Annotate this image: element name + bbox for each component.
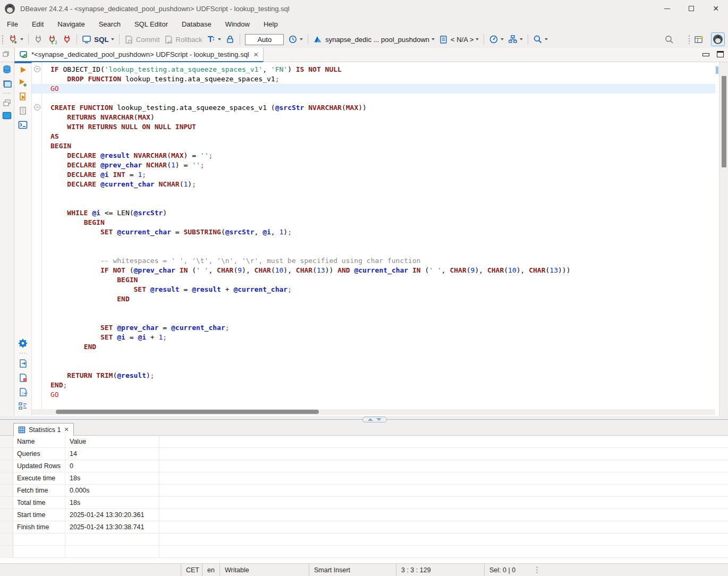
active-database-selector[interactable]: < N/A > — [437, 33, 480, 46]
fold-collapse-icon[interactable]: − — [34, 66, 40, 72]
selection-indicator[interactable]: Sel: 0 | 0 — [484, 564, 536, 576]
close-button[interactable]: ✕ — [704, 0, 728, 17]
code-line[interactable] — [32, 352, 715, 361]
code-line[interactable]: SET @result = @result + @current_char; — [32, 285, 715, 294]
code-line[interactable] — [32, 304, 715, 314]
code-line[interactable] — [32, 361, 715, 371]
code-line[interactable]: SET @prev_char = @current_char; — [32, 323, 715, 333]
statistics-tab-close-icon[interactable]: ✕ — [64, 426, 69, 433]
code-line[interactable]: BEGIN — [32, 218, 715, 227]
code-line[interactable]: END — [32, 342, 715, 352]
menu-navigate[interactable]: Navigate — [50, 17, 91, 31]
menu-sql-editor[interactable]: SQL Editor — [128, 17, 175, 31]
db-search-dropdown[interactable] — [545, 38, 548, 40]
code-line[interactable]: END — [32, 294, 715, 304]
sash-collapse-control[interactable] — [362, 417, 387, 422]
code-line[interactable]: SET @current_char = SUBSTRING(@srcStr, @… — [32, 227, 715, 237]
sql-code-editor[interactable]: −IF OBJECT_ID('lookup_testing.ata_squeez… — [32, 62, 715, 410]
menu-search[interactable]: Search — [92, 17, 128, 31]
code-line[interactable]: DROP FUNCTION lookup_testing.ata_squeeze… — [32, 74, 715, 84]
code-line[interactable] — [32, 94, 715, 103]
tab-statistics[interactable]: Statistics 1 ✕ — [13, 423, 74, 436]
transaction-log-button[interactable] — [286, 33, 304, 46]
code-line[interactable]: BEGIN — [32, 141, 715, 151]
disconnect-button[interactable] — [61, 33, 73, 46]
sql-editor-dropdown[interactable] — [111, 38, 114, 40]
editor-horizontal-scrollbar[interactable] — [32, 409, 715, 415]
new-connection-button[interactable] — [6, 32, 25, 46]
code-line[interactable]: WITH RETURNS NULL ON NULL INPUT — [32, 122, 715, 132]
active-connection-selector[interactable]: synapse_dedic ... pool_pushdown — [311, 33, 436, 46]
tab-close-icon[interactable]: ✕ — [253, 51, 259, 58]
show-problems-button[interactable] — [17, 373, 29, 383]
menu-window[interactable]: Window — [218, 17, 257, 31]
new-connection-dropdown[interactable] — [20, 38, 23, 40]
maximize-button[interactable] — [679, 0, 704, 17]
code-line[interactable]: RETURN TRIM(@result); — [32, 371, 715, 380]
cascade-windows-button[interactable] — [1, 99, 13, 107]
code-line[interactable]: DECLARE @i INT = 1; — [32, 170, 715, 180]
stats-row[interactable]: Start time2025-01-24 13:30:20.361 — [0, 509, 728, 521]
code-line[interactable]: WHILE @i <= LEN(@srcStr) — [32, 208, 715, 218]
code-line[interactable]: RETURNS NVARCHAR(MAX) — [32, 113, 715, 122]
er-diagram-button[interactable] — [506, 33, 524, 46]
insert-mode-indicator[interactable]: Smart Insert — [309, 564, 396, 576]
dashboard-button[interactable] — [487, 33, 505, 46]
code-line[interactable]: BEGIN — [32, 275, 715, 285]
er-diagram-dropdown[interactable] — [520, 38, 523, 40]
code-line[interactable]: DECLARE @prev_char NCHAR(1) = ''; — [32, 160, 715, 170]
restore-view-icon[interactable] — [2, 50, 10, 60]
open-perspective-button[interactable] — [692, 33, 706, 46]
timezone-indicator[interactable]: CET — [181, 564, 202, 576]
code-line[interactable] — [32, 237, 715, 247]
database-navigator-button[interactable] — [1, 65, 13, 74]
maximize-editor-icon[interactable] — [717, 51, 724, 57]
open-console-button[interactable] — [17, 121, 29, 129]
connect-button[interactable] — [32, 33, 45, 46]
stats-row[interactable]: Finish time2025-01-24 13:30:38.741 — [0, 521, 728, 533]
tab-sql-script[interactable]: *<synapse_dedicated_pool_pushdown> UDFSc… — [14, 48, 264, 62]
dashboard-dropdown[interactable] — [501, 38, 504, 40]
autocommit-button[interactable]: Auto — [245, 34, 284, 45]
transaction-log-dropdown[interactable] — [300, 38, 303, 40]
editor-vertical-scrollbar[interactable] — [719, 62, 728, 416]
panel-sash[interactable] — [0, 416, 728, 423]
reconnect-button[interactable] — [46, 33, 60, 46]
minimize-editor-icon[interactable] — [702, 53, 709, 56]
outline-view-button[interactable] — [17, 402, 29, 411]
menu-file[interactable]: File — [0, 17, 25, 31]
code-line[interactable] — [32, 189, 715, 199]
stats-row[interactable]: Total time18s — [0, 497, 728, 509]
code-line[interactable]: DECLARE @result NVARCHAR(MAX) = ''; — [32, 151, 715, 160]
sash-down-icon[interactable] — [376, 418, 382, 421]
connection-dropdown[interactable] — [431, 38, 435, 40]
transaction-mode-dropdown[interactable] — [218, 38, 221, 40]
execute-statement-button[interactable] — [17, 66, 29, 74]
database-dropdown[interactable] — [476, 38, 479, 40]
commit-button[interactable]: Commit — [123, 33, 162, 46]
menu-edit[interactable]: Edit — [25, 17, 50, 31]
horizontal-scroll-thumb[interactable] — [56, 410, 319, 414]
code-line[interactable] — [32, 247, 715, 256]
toolbar-drag-handle[interactable] — [2, 35, 4, 44]
editor-settings-button[interactable] — [17, 338, 29, 348]
stats-row[interactable]: Fetch time0.000s — [0, 485, 728, 497]
projects-view-button[interactable] — [1, 79, 13, 88]
stats-row[interactable]: Updated Rows0 — [0, 460, 728, 472]
stats-row[interactable]: Queries14 — [0, 448, 728, 460]
menu-database[interactable]: Database — [175, 17, 218, 31]
code-line[interactable]: END; — [32, 380, 715, 390]
transaction-mode-button[interactable] — [205, 33, 223, 46]
explain-plan-button[interactable] — [17, 106, 29, 116]
quick-search-button[interactable] — [663, 33, 676, 46]
code-line[interactable] — [32, 314, 715, 323]
export-from-query-button[interactable] — [17, 359, 29, 368]
user-profile-button[interactable] — [711, 32, 725, 46]
language-indicator[interactable]: en — [202, 564, 219, 576]
code-line[interactable]: AS — [32, 132, 715, 141]
sash-up-icon[interactable] — [368, 418, 373, 421]
code-line[interactable] — [32, 199, 715, 208]
code-line[interactable]: SET @i = @i + 1; — [32, 333, 715, 342]
caret-position-indicator[interactable]: 3 : 3 : 129 — [396, 564, 484, 576]
fold-collapse-icon[interactable]: − — [34, 104, 40, 111]
